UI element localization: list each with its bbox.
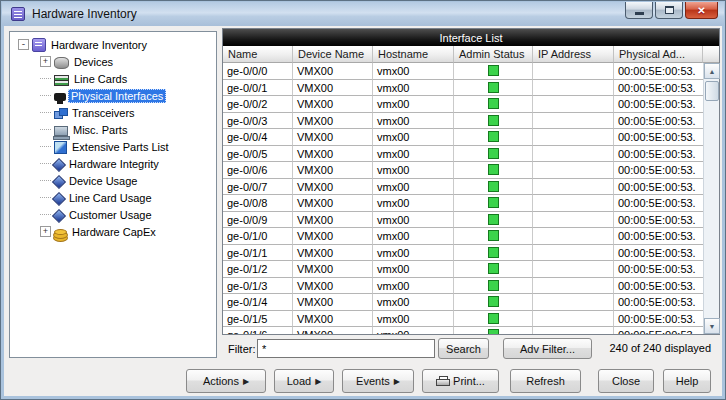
table-row[interactable]: ge-0/0/7VMX00vmx0000:00:5E:00:53. — [223, 179, 719, 196]
tree-item-extensive-parts-list[interactable]: Extensive Parts List — [10, 138, 216, 155]
events-button[interactable]: Events▶ — [342, 369, 414, 393]
cell-device-name: VMX00 — [293, 311, 373, 328]
tree-connector-line — [40, 129, 51, 130]
column-header-hostname[interactable]: Hostname — [373, 46, 454, 63]
column-header-ip-address[interactable]: IP Address — [533, 46, 614, 63]
column-header-device-name[interactable]: Device Name — [293, 46, 373, 63]
cell-name: ge-0/1/5 — [223, 311, 293, 328]
tree-item-line-cards[interactable]: Line Cards — [10, 70, 216, 87]
devices-icon — [54, 57, 69, 69]
tree-item-label: Devices — [71, 55, 116, 69]
cell-device-name: VMX00 — [293, 278, 373, 295]
cell-name: ge-0/1/2 — [223, 261, 293, 278]
line-cards-icon — [54, 75, 69, 86]
refresh-button[interactable]: Refresh — [510, 369, 581, 393]
table-row[interactable]: ge-0/1/2VMX00vmx0000:00:5E:00:53. — [223, 261, 719, 278]
tree-item-device-usage[interactable]: Device Usage — [10, 172, 216, 189]
scroll-down-button[interactable]: ▼ — [704, 318, 720, 334]
cell-device-name: VMX00 — [293, 179, 373, 196]
scrollbar-thumb[interactable] — [705, 81, 719, 101]
table-row[interactable]: ge-0/1/1VMX00vmx0000:00:5E:00:53. — [223, 245, 719, 262]
table-row[interactable]: ge-0/0/0VMX00vmx0000:00:5E:00:53. — [223, 63, 719, 80]
table-row[interactable]: ge-0/1/6VMX00vmx0000:00:5E:00:53. — [223, 327, 719, 334]
tree-item-label: Extensive Parts List — [69, 140, 172, 154]
misc-parts-icon — [54, 126, 68, 136]
cell-admin-status — [454, 311, 533, 328]
tree-item-hardware-capex[interactable]: +Hardware CapEx — [10, 223, 216, 240]
cell-admin-status — [454, 63, 533, 80]
tree-item-customer-usage[interactable]: Customer Usage — [10, 206, 216, 223]
menu-arrow-icon: ▶ — [315, 377, 321, 386]
search-button[interactable]: Search — [438, 338, 489, 359]
cell-name: ge-0/0/0 — [223, 63, 293, 80]
adv-filter-button[interactable]: Adv Filter... — [503, 338, 592, 359]
minimize-button[interactable] — [625, 2, 653, 19]
title-bar[interactable]: Hardware Inventory ✕ — [2, 2, 724, 26]
table-row[interactable]: ge-0/0/3VMX00vmx0000:00:5E:00:53. — [223, 113, 719, 130]
table-row[interactable]: ge-0/0/4VMX00vmx0000:00:5E:00:53. — [223, 129, 719, 146]
close-dialog-button[interactable]: Close — [598, 369, 654, 393]
load-button[interactable]: Load▶ — [274, 369, 334, 393]
cell-admin-status — [454, 113, 533, 130]
cell-device-name: VMX00 — [293, 245, 373, 262]
help-button[interactable]: Help — [663, 369, 711, 393]
menu-arrow-icon: ▶ — [394, 377, 400, 386]
print-button[interactable]: Print... — [422, 369, 499, 393]
tree-item-devices[interactable]: +Devices — [10, 53, 216, 70]
table-row[interactable]: ge-0/1/4VMX00vmx0000:00:5E:00:53. — [223, 294, 719, 311]
cell-hostname: vmx00 — [373, 113, 454, 130]
tree-item-misc-parts[interactable]: Misc. Parts — [10, 121, 216, 138]
cell-ip-address — [533, 327, 614, 334]
table-row[interactable]: ge-0/1/3VMX00vmx0000:00:5E:00:53. — [223, 278, 719, 295]
table-row[interactable]: ge-0/0/2VMX00vmx0000:00:5E:00:53. — [223, 96, 719, 113]
tree-item-hardware-integrity[interactable]: Hardware Integrity — [10, 155, 216, 172]
actions-button[interactable]: Actions▶ — [186, 369, 266, 393]
cell-device-name: VMX00 — [293, 162, 373, 179]
table-row[interactable]: ge-0/0/8VMX00vmx0000:00:5E:00:53. — [223, 195, 719, 212]
table-row[interactable]: ge-0/0/5VMX00vmx0000:00:5E:00:53. — [223, 146, 719, 163]
cell-ip-address — [533, 245, 614, 262]
cell-admin-status — [454, 146, 533, 163]
tree-item-line-card-usage[interactable]: Line Card Usage — [10, 189, 216, 206]
admin-status-up-indicator — [488, 164, 499, 175]
menu-arrow-icon: ▶ — [243, 377, 249, 386]
cell-name: ge-0/0/1 — [223, 80, 293, 97]
filter-input[interactable] — [257, 339, 435, 358]
collapse-icon[interactable]: - — [18, 39, 29, 50]
tree-connector-line — [40, 112, 51, 113]
cell-hostname: vmx00 — [373, 294, 454, 311]
tree-item-transceivers[interactable]: Transceivers — [10, 104, 216, 121]
expand-icon[interactable]: + — [40, 56, 51, 67]
app-icon — [11, 7, 25, 21]
table-row[interactable]: ge-0/0/9VMX00vmx0000:00:5E:00:53. — [223, 212, 719, 229]
expand-icon[interactable]: + — [40, 226, 51, 237]
device-usage-icon — [52, 174, 66, 188]
close-button[interactable]: ✕ — [685, 2, 718, 19]
cell-name: ge-0/1/0 — [223, 228, 293, 245]
table-row[interactable]: ge-0/0/6VMX00vmx0000:00:5E:00:53. — [223, 162, 719, 179]
table-row[interactable]: ge-0/1/5VMX00vmx0000:00:5E:00:53. — [223, 311, 719, 328]
admin-status-up-indicator — [488, 65, 499, 76]
maximize-button[interactable] — [655, 2, 683, 19]
arrow-up-icon: ▲ — [709, 68, 716, 75]
tree-item-hardware-inventory[interactable]: -Hardware Inventory — [10, 36, 216, 53]
scroll-up-button[interactable]: ▲ — [704, 63, 720, 79]
cell-ip-address — [533, 261, 614, 278]
column-header-physical-ad-[interactable]: Physical Ad... — [614, 46, 703, 63]
cell-admin-status — [454, 245, 533, 262]
tree-connector-line — [40, 146, 51, 147]
cell-hostname: vmx00 — [373, 228, 454, 245]
cell-ip-address — [533, 129, 614, 146]
vertical-scrollbar[interactable]: ▲ ▼ — [703, 63, 719, 334]
table-row[interactable]: ge-0/1/0VMX00vmx0000:00:5E:00:53. — [223, 228, 719, 245]
column-header-name[interactable]: Name — [223, 46, 293, 63]
customer-usage-icon — [52, 208, 66, 222]
cell-admin-status — [454, 228, 533, 245]
table-row[interactable]: ge-0/0/1VMX00vmx0000:00:5E:00:53. — [223, 80, 719, 97]
cell-hostname: vmx00 — [373, 261, 454, 278]
admin-status-up-indicator — [488, 131, 499, 142]
column-header-admin-status[interactable]: Admin Status — [454, 46, 533, 63]
tree-item-physical-interfaces[interactable]: Physical Interfaces — [10, 87, 216, 104]
cell-admin-status — [454, 195, 533, 212]
tree-item-label: Physical Interfaces — [68, 89, 166, 103]
